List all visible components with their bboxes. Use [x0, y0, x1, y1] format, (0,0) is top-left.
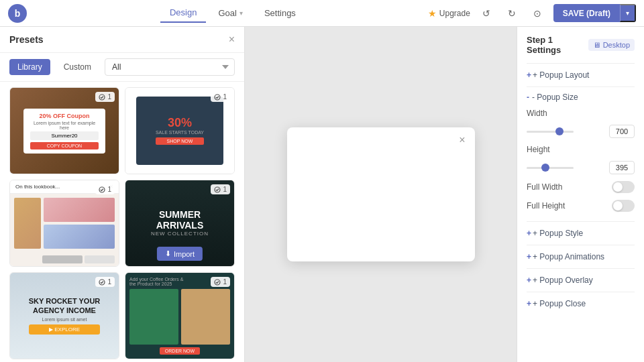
popup-layout-section[interactable]: + + Popup Layout — [527, 63, 635, 86]
popup-size-toggle[interactable]: - - Popup Size — [527, 93, 635, 102]
desktop-badge[interactable]: 🖥 Desktop — [588, 39, 635, 51]
presets-grid: 20% OFF Coupon Lorem ipsum text for exam… — [0, 82, 244, 362]
nav-tabs: Design Goal ▾ Settings — [38, 3, 428, 23]
popup-animations-section[interactable]: + + Popup Animations — [527, 245, 635, 268]
plus-icon-close: + — [527, 299, 531, 308]
height-slider[interactable] — [527, 167, 574, 169]
main-layout: Presets × Library Custom All Popup Flyou… — [0, 27, 644, 362]
preset-card-1[interactable]: 20% OFF Coupon Lorem ipsum text for exam… — [9, 87, 119, 174]
save-button-group: SAVE (Draft) ▾ — [553, 4, 636, 22]
filter-tab-library[interactable]: Library — [9, 59, 50, 75]
upgrade-button[interactable]: ★ Upgrade — [428, 8, 470, 19]
minus-icon: - — [527, 93, 529, 102]
full-width-label: Full Width — [527, 182, 562, 192]
popup-preview: × — [287, 127, 475, 261]
full-height-field: Full Height — [527, 200, 635, 212]
toggle-knob — [613, 182, 623, 192]
full-width-toggle[interactable] — [612, 181, 635, 193]
preset-card-4[interactable]: SUMMERARRIVALS NEW COLLECTION 1 ⬇ Import — [125, 180, 235, 267]
height-field: Height — [527, 145, 635, 154]
width-input[interactable]: 700 — [609, 125, 635, 138]
popup-close-button[interactable]: × — [459, 134, 465, 146]
step-header: Step 1 Settings 🖥 Desktop — [527, 35, 635, 55]
tab-design[interactable]: Design — [160, 3, 206, 23]
preset-badge-1: 1 — [95, 92, 115, 102]
nav-right: ★ Upgrade ↺ ↻ ⊙ SAVE (Draft) ▾ — [428, 4, 636, 23]
width-field: Width — [527, 109, 635, 118]
canvas-area: × — [245, 27, 517, 362]
preset-card-3[interactable]: On this lookbook... × — [9, 180, 119, 267]
close-presets-button[interactable]: × — [229, 34, 235, 46]
height-label: Height — [527, 145, 550, 154]
plus-icon-anim: + — [527, 252, 531, 261]
top-nav: b Design Goal ▾ Settings ★ Upgrade ↺ ↻ ⊙… — [0, 0, 644, 27]
preset-badge-5: 1 — [95, 277, 115, 287]
download-icon: ⬇ — [165, 249, 171, 258]
plus-icon: + — [527, 70, 531, 80]
undo-button[interactable]: ↺ — [477, 4, 496, 23]
width-slider-row: 700 — [527, 125, 635, 138]
preview-button[interactable]: ⊙ — [528, 4, 547, 23]
save-dropdown-button[interactable]: ▾ — [620, 4, 636, 22]
star-icon: ★ — [428, 8, 437, 19]
right-panel: Step 1 Settings 🖥 Desktop + + Popup Layo… — [517, 27, 644, 362]
height-input[interactable]: 395 — [609, 161, 635, 174]
width-label: Width — [527, 109, 547, 118]
desktop-icon: 🖥 — [593, 41, 600, 49]
toggle-knob-2 — [613, 201, 623, 210]
preset-card-2[interactable]: 30% SALE STARTS TODAY SHOP NOW 1 — [125, 87, 235, 174]
popup-overlay-section[interactable]: + + Popup Overlay — [527, 268, 635, 292]
presets-filters: Library Custom All Popup Flyout Bar Inli… — [0, 53, 244, 82]
tab-settings[interactable]: Settings — [255, 4, 305, 22]
full-height-label: Full Height — [527, 201, 565, 210]
redo-button[interactable]: ↻ — [502, 4, 521, 23]
plus-icon-style: + — [527, 229, 531, 238]
width-slider-thumb[interactable] — [555, 127, 564, 135]
presets-panel: Presets × Library Custom All Popup Flyou… — [0, 27, 245, 362]
import-button[interactable]: ⬇ Import — [157, 247, 203, 261]
preset-card-5[interactable]: SKY ROCKET YOURAGENCY INCOME Lorem ipsum… — [9, 272, 119, 359]
plus-icon-overlay: + — [527, 276, 531, 285]
filter-select[interactable]: All Popup Flyout Bar Inline — [105, 58, 235, 76]
filter-tab-custom[interactable]: Custom — [56, 59, 99, 75]
height-slider-thumb[interactable] — [541, 164, 549, 172]
preset-badge-3: 1 — [95, 184, 115, 194]
coupon-preview: 20% OFF Coupon Lorem ipsum text for exam… — [23, 109, 105, 154]
preset-badge-6: 1 — [211, 277, 230, 287]
step-title: Step 1 Settings — [527, 35, 588, 55]
full-width-field: Full Width — [527, 181, 635, 193]
presets-title: Presets — [9, 34, 44, 45]
width-slider[interactable] — [527, 131, 574, 133]
preset-badge-4: 1 — [211, 184, 230, 194]
tab-goal[interactable]: Goal ▾ — [209, 4, 252, 22]
full-height-toggle[interactable] — [612, 200, 635, 212]
preset-badge-2: 1 — [211, 92, 230, 102]
app-logo[interactable]: b — [8, 4, 27, 23]
chevron-down-icon: ▾ — [239, 9, 243, 17]
preset-card-6[interactable]: Add your Coffee Orders &the Product for … — [125, 272, 235, 359]
presets-header: Presets × — [0, 27, 244, 53]
height-slider-row: 395 — [527, 161, 635, 174]
popup-style-section[interactable]: + + Popup Style — [527, 221, 635, 245]
popup-close-section[interactable]: + + Popup Close — [527, 292, 635, 315]
popup-size-section: - - Popup Size Width 700 Height 395 — [527, 86, 635, 221]
save-button[interactable]: SAVE (Draft) — [553, 4, 620, 22]
